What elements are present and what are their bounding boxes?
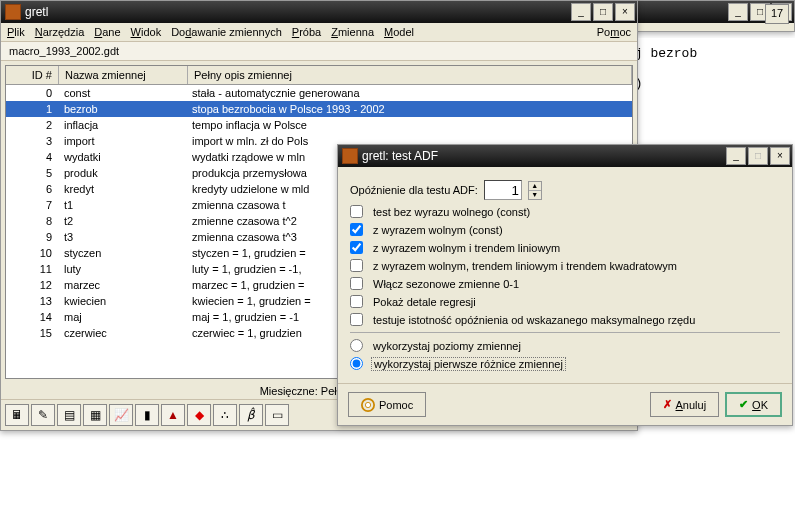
radio-1[interactable] <box>350 357 363 370</box>
check-label: z wyrazem wolnym, trendem liniowym i tre… <box>373 260 677 272</box>
cancel-button[interactable]: ✗ Anuluj <box>650 392 720 417</box>
menu-dane[interactable]: Dane <box>94 26 120 38</box>
ok-button[interactable]: ✔ OK <box>725 392 782 417</box>
lag-input[interactable] <box>484 180 522 200</box>
bg-tab: 17 <box>765 4 789 24</box>
adf-dialog: gretl: test ADF _ □ × Opóźnienie dla tes… <box>337 144 793 426</box>
menu-zmienna[interactable]: Zmienna <box>331 26 374 38</box>
check-label: testuje istotność opóźnienia od wskazane… <box>373 314 695 326</box>
maximize-button[interactable]: □ <box>748 147 768 165</box>
console-icon[interactable]: ▤ <box>57 404 81 426</box>
menu-widok[interactable]: Widok <box>131 26 162 38</box>
menu-dodawanie[interactable]: Dodawanie zmiennych <box>171 26 282 38</box>
check-1[interactable] <box>350 223 363 236</box>
header-name[interactable]: Nazwa zmiennej <box>59 66 188 84</box>
close-button[interactable]: × <box>770 147 790 165</box>
help-button[interactable]: Pomoc <box>348 392 426 417</box>
dialog-title: gretl: test ADF <box>362 149 438 163</box>
menubar: Plik Narzędzia Dane Widok Dodawanie zmie… <box>1 23 637 42</box>
check-label: z wyrazem wolnym i trendem liniowym <box>373 242 560 254</box>
maximize-button[interactable]: □ <box>593 3 613 21</box>
titlebar: gretl _ □ × <box>1 1 637 23</box>
grid-icon[interactable]: ▦ <box>83 404 107 426</box>
table-row[interactable]: 0conststała - automatycznie generowana <box>6 85 632 101</box>
calc-icon[interactable]: 🖩 <box>5 404 29 426</box>
menu-pomoc[interactable]: Pomoc <box>597 26 631 38</box>
header-desc[interactable]: Pełny opis zmiennej <box>188 66 632 84</box>
check-0[interactable] <box>350 205 363 218</box>
window-title: gretl <box>25 5 48 19</box>
minimize-button[interactable]: _ <box>571 3 591 21</box>
check-label: test bez wyrazu wolnego (const) <box>373 206 530 218</box>
app-icon <box>342 148 358 164</box>
db-icon[interactable]: ▭ <box>265 404 289 426</box>
plot-icon[interactable]: 📈 <box>109 404 133 426</box>
app-icon <box>5 4 21 20</box>
check-5[interactable] <box>350 295 363 308</box>
lag-label: Opóźnienie dla testu ADF: <box>350 184 478 196</box>
file-label: macro_1993_2002.gdt <box>1 42 637 61</box>
minimize-button[interactable]: _ <box>726 147 746 165</box>
book-icon[interactable]: ▮ <box>135 404 159 426</box>
table-row[interactable]: 1bezrobstopa bezrobocia w Polsce 1993 - … <box>6 101 632 117</box>
svg-point-1 <box>365 402 370 407</box>
diamond-icon[interactable]: ◆ <box>187 404 211 426</box>
radio-0[interactable] <box>350 339 363 352</box>
check-label: z wyrazem wolnym (const) <box>373 224 503 236</box>
check-3[interactable] <box>350 259 363 272</box>
edit-icon[interactable]: ✎ <box>31 404 55 426</box>
check-4[interactable] <box>350 277 363 290</box>
check-label: Pokaż detale regresji <box>373 296 476 308</box>
dialog-titlebar: gretl: test ADF _ □ × <box>338 145 792 167</box>
radio-label: wykorzystaj poziomy zmiennej <box>373 340 521 352</box>
menu-plik[interactable]: Plik <box>7 26 25 38</box>
radio-label: wykorzystaj pierwsze różnice zmiennej <box>373 358 566 370</box>
menu-narzedzia[interactable]: Narzędzia <box>35 26 85 38</box>
check-label: Włącz sezonowe zmienne 0-1 <box>373 278 519 290</box>
menu-model[interactable]: Model <box>384 26 414 38</box>
header-id[interactable]: ID # <box>6 66 59 84</box>
pdf-icon[interactable]: ▲ <box>161 404 185 426</box>
close-button[interactable]: × <box>615 3 635 21</box>
spin-up-icon[interactable]: ▲ <box>529 182 541 191</box>
table-row[interactable]: 2inflacjatempo inflacja w Polsce <box>6 117 632 133</box>
minimize-icon[interactable]: _ <box>728 3 748 21</box>
bg-code-snippet: ej bezrob 1) <box>619 38 795 99</box>
spin-down-icon[interactable]: ▼ <box>529 191 541 199</box>
menu-proba[interactable]: Próba <box>292 26 321 38</box>
beta-icon[interactable]: β̂ <box>239 404 263 426</box>
check-2[interactable] <box>350 241 363 254</box>
scatter-icon[interactable]: ∴ <box>213 404 237 426</box>
check-6[interactable] <box>350 313 363 326</box>
